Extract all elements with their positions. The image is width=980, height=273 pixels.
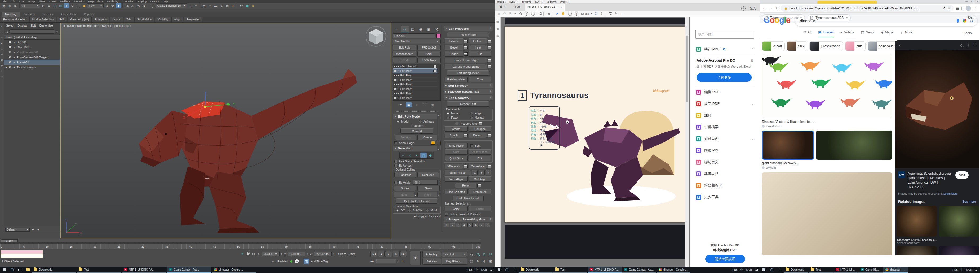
modifier-visibility-icon[interactable]	[394, 97, 397, 99]
save-icon[interactable]: ▦	[498, 12, 500, 15]
relax-button[interactable]: Relax	[455, 183, 476, 188]
ribbon-group-button[interactable]: Polygons	[92, 17, 110, 22]
pan-icon[interactable]: ✥	[475, 258, 481, 265]
smoothing-group-button[interactable]: 1	[444, 223, 449, 227]
visit-button[interactable]: Visit	[955, 171, 969, 179]
more-options-icon[interactable]: ⋮	[966, 43, 970, 48]
key-filters-button[interactable]: Key Filters...	[442, 258, 467, 265]
get-stack-selection-button[interactable]: Get Stack Selection	[396, 198, 438, 204]
explorer-object-row[interactable]: ▶ ● Box001	[4, 40, 60, 45]
modifier-visibility-icon[interactable]	[394, 83, 397, 85]
bookmarks-icon[interactable]: ⧉	[497, 27, 499, 30]
result-type-tab[interactable]: Maps	[881, 30, 893, 37]
spinner-snap-icon[interactable]: ⇅	[142, 3, 147, 8]
find-icon[interactable]	[519, 13, 522, 15]
measure-icon[interactable]: ⇩	[600, 12, 603, 15]
ribbon-tab[interactable]: Selection	[39, 12, 57, 17]
hide-unselected-button[interactable]: Hide Unselected	[452, 196, 484, 201]
filter-icon[interactable]: ▽	[56, 30, 58, 33]
acrobat-menu-item[interactable]: 檔案(F)	[497, 0, 506, 3]
create-button[interactable]: Create	[445, 126, 468, 132]
result-thumbnail[interactable]	[816, 131, 892, 160]
current-frame-field[interactable]: 0	[375, 259, 396, 263]
by-angle-row[interactable]: By Angle: 45.0▲▼	[393, 180, 441, 185]
pencil-icon[interactable]: ✎	[615, 12, 617, 15]
pin-stack-icon[interactable]: ▼	[398, 102, 404, 107]
set-keys-button[interactable]: +	[410, 251, 421, 265]
bookmark-star-icon[interactable]: ☆	[947, 6, 950, 10]
settings-box-icon[interactable]	[464, 40, 468, 43]
explorer-menu-item[interactable]: Edit	[31, 24, 36, 27]
select-and-scale-icon[interactable]: ◲	[75, 3, 81, 8]
result-type-tab[interactable]: News	[861, 30, 874, 37]
add-time-tag-text[interactable]: Add Time Tag	[311, 260, 328, 263]
zoom-in-icon[interactable]: +	[575, 12, 578, 16]
display-shapes-icon[interactable]: ◠	[1, 31, 3, 34]
acrobat-menu-item[interactable]: 簽署(S)	[535, 0, 543, 3]
search-chip[interactable]: jurassic world	[810, 42, 843, 51]
edit-polygons-button[interactable]: Bridge	[445, 51, 463, 56]
tessellate-button[interactable]: Tessellate	[469, 164, 487, 169]
menu-item[interactable]: Content	[151, 0, 159, 3]
settings-box-icon[interactable]	[464, 52, 468, 56]
slice-plane-button[interactable]: Slice Plane	[445, 143, 468, 148]
grid-align-button[interactable]: Grid Align	[469, 176, 492, 182]
modifier-stack-row[interactable]: ▶ Edit Poly	[393, 87, 437, 91]
modifier-visibility-icon[interactable]	[394, 70, 397, 72]
toggle-scene-explorer-icon[interactable]: ▤	[201, 3, 207, 8]
detach-button[interactable]: Detach	[469, 133, 487, 138]
object-color-swatch[interactable]	[436, 34, 441, 38]
turn-button[interactable]: Turn	[469, 77, 492, 82]
go-to-start-button[interactable]: |◀◀	[371, 251, 377, 257]
display-spacewarps-icon[interactable]: ≋	[1, 53, 3, 56]
render-production-icon[interactable]: ●	[250, 3, 256, 8]
ime-indicator[interactable]: 中	[476, 268, 478, 272]
result-thumbnail[interactable]	[762, 172, 892, 255]
modifier-visibility-icon[interactable]	[394, 65, 397, 67]
language-indicator[interactable]: ENG	[953, 268, 958, 271]
menu-item[interactable]: Help	[163, 0, 168, 3]
split-checkbox-row[interactable]: Split	[469, 143, 491, 148]
settings-box-icon[interactable]	[488, 134, 492, 137]
ime-indicator[interactable]: 中	[961, 268, 963, 272]
orbit-icon[interactable]: ◍	[481, 258, 487, 265]
select-and-move-icon[interactable]: ✛	[64, 3, 69, 8]
explorer-search-input[interactable]	[9, 29, 56, 34]
time-tag-cube-icon[interactable]: ◫	[304, 259, 309, 264]
smoothing-groups-rollout[interactable]: ▼Polygon: Smoothing Groups⠿	[444, 217, 493, 222]
mic-icon[interactable]	[957, 19, 959, 22]
z-coord-field[interactable]: 7773.773m	[314, 252, 332, 256]
stack-scrollbar[interactable]: ▲▼	[437, 114, 440, 151]
msmooth-button[interactable]: MSmooth	[445, 164, 463, 169]
modifier-expander-icon[interactable]: ▶	[398, 88, 399, 90]
slice-button[interactable]: Slice	[445, 149, 468, 155]
zoom-region-icon[interactable]: ⬚	[468, 258, 474, 265]
occluded-button[interactable]: Occluded	[417, 172, 439, 177]
menu-item[interactable]: Rendering	[107, 0, 118, 3]
clock[interactable]: 12:31	[480, 268, 487, 271]
close-icon[interactable]: ✕	[976, 0, 978, 3]
task-view-button[interactable]	[776, 267, 784, 273]
preview-title[interactable]: Argentina: Scientists discover giant din…	[908, 171, 953, 190]
material-ids-rollout[interactable]: ▶Polygon: Material IDs⠿	[444, 89, 493, 94]
time-slider-handle[interactable]: 0 / 100	[1, 239, 18, 242]
menu-item[interactable]: Tools	[19, 0, 24, 3]
settings-box-icon[interactable]	[488, 165, 492, 168]
tool-item[interactable]: 填寫和簽署 ⌄	[695, 180, 754, 191]
menu-item[interactable]: Modifiers	[60, 0, 70, 3]
ribbon-group-button[interactable]: Geometry (All)	[68, 17, 92, 22]
taskbar-window-button[interactable]: dinosaur - Google ...	[883, 267, 908, 273]
show-end-result-icon[interactable]: ▣	[406, 102, 412, 107]
selected-result-thumbnail[interactable]	[762, 131, 814, 160]
modifier-expander-icon[interactable]: ▶	[398, 65, 399, 67]
modifier-stack-row[interactable]: ▶ Edit Poly	[393, 69, 437, 73]
search-chip[interactable]: t rex	[787, 42, 807, 51]
taskbar-window-button[interactable]: Game 01.max - Aut...	[622, 267, 656, 273]
zoom-extents-icon[interactable]: ◻	[481, 251, 487, 258]
modifier-visibility-icon[interactable]	[394, 75, 397, 77]
edit-named-selection-sets-icon[interactable]: {}	[150, 3, 155, 8]
copy-button[interactable]: Copy	[445, 206, 468, 211]
menu-item[interactable]: Animation	[74, 0, 84, 3]
acrobat-menu-item[interactable]: 編輯(E)	[509, 0, 518, 3]
explorer-object-row[interactable]: ▶ ● Tyrannosaurus	[4, 65, 60, 70]
